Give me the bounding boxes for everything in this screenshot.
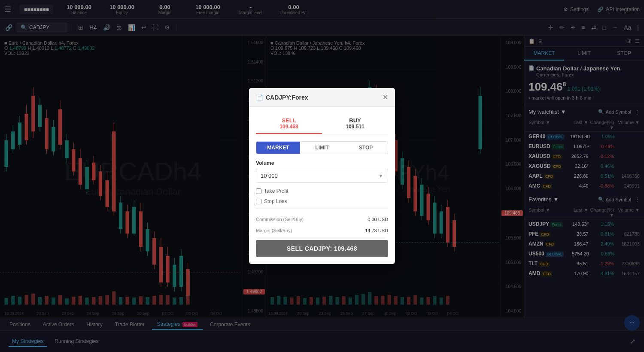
sell-order-button[interactable]: SELL CADJPY: 109.468 bbox=[256, 240, 388, 257]
commission-label: Commission (Sell/Buy) bbox=[256, 217, 304, 222]
sell-label: SELL bbox=[282, 117, 296, 124]
order-type-selector: MARKET LIMIT STOP bbox=[256, 141, 388, 154]
order-type-market[interactable]: MARKET bbox=[256, 142, 300, 154]
order-type-stop[interactable]: STOP bbox=[344, 142, 388, 154]
modal-header: 📄 CADJPY:Forex ✕ bbox=[249, 88, 395, 107]
modal-close-button[interactable]: ✕ bbox=[383, 93, 388, 101]
modal-body: SELL 109.468 BUY 109.511 MARKET LIMIT ST… bbox=[249, 107, 395, 264]
take-profit-row[interactable]: Take Profit bbox=[256, 188, 388, 194]
stop-loss-row[interactable]: Stop Loss bbox=[256, 198, 388, 204]
chevron-down-icon: ▼ bbox=[378, 173, 383, 179]
take-profit-checkbox[interactable] bbox=[256, 188, 261, 194]
margin-label: Margin (Sell/Buy) bbox=[256, 228, 292, 233]
buy-price: 109.511 bbox=[325, 124, 385, 130]
volume-input-wrapper[interactable]: ▼ bbox=[256, 169, 388, 183]
modal-title-text: CADJPY:Forex bbox=[266, 94, 308, 101]
tab-buy[interactable]: BUY 109.511 bbox=[322, 114, 388, 134]
divider bbox=[256, 209, 388, 209]
stop-loss-checkbox[interactable] bbox=[256, 199, 261, 204]
stop-loss-label: Stop Loss bbox=[264, 198, 287, 204]
order-modal: 📄 CADJPY:Forex ✕ SELL 109.468 BUY 109.51… bbox=[249, 88, 395, 264]
modal-title: 📄 CADJPY:Forex bbox=[256, 94, 308, 101]
volume-label: Volume bbox=[256, 160, 388, 166]
tab-sell[interactable]: SELL 109.468 bbox=[256, 114, 322, 134]
margin-value: 14.73 USD bbox=[365, 228, 388, 233]
margin-row: Margin (Sell/Buy) 14.73 USD bbox=[256, 225, 388, 233]
commission-row: Commission (Sell/Buy) 0.00 USD bbox=[256, 213, 388, 222]
buy-label: BUY bbox=[349, 117, 361, 124]
take-profit-label: Take Profit bbox=[264, 188, 289, 194]
modal-overlay: 📄 CADJPY:Forex ✕ SELL 109.468 BUY 109.51… bbox=[0, 0, 644, 352]
volume-input[interactable] bbox=[261, 173, 378, 179]
modal-title-icon: 📄 bbox=[256, 94, 263, 101]
order-type-limit[interactable]: LIMIT bbox=[300, 142, 344, 154]
sell-buy-tabs: SELL 109.468 BUY 109.511 bbox=[256, 114, 388, 134]
commission-value: 0.00 USD bbox=[368, 217, 388, 222]
sell-price: 109.468 bbox=[259, 124, 319, 130]
